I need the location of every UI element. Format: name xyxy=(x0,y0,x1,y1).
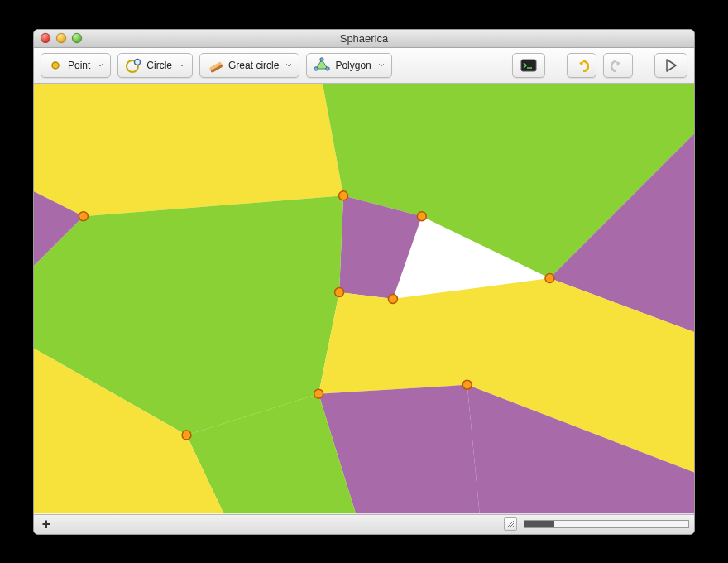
control-point[interactable] xyxy=(335,287,344,296)
region[interactable] xyxy=(34,84,343,216)
svg-point-6 xyxy=(326,66,329,70)
resize-grip-icon[interactable] xyxy=(504,517,517,531)
tool-label: Circle xyxy=(146,60,172,71)
app-window: Sphaerica Point Circle Great circle xyxy=(33,29,695,535)
svg-point-5 xyxy=(320,57,323,60)
svg-point-7 xyxy=(314,66,318,70)
minimize-icon[interactable] xyxy=(56,33,66,43)
window-controls xyxy=(41,33,82,43)
statusbar: + xyxy=(34,514,694,534)
polygon-icon xyxy=(314,57,330,74)
greatcircle-icon xyxy=(207,57,223,74)
svg-rect-8 xyxy=(521,60,536,71)
slider-fill xyxy=(524,521,554,527)
drawing-canvas[interactable] xyxy=(34,84,694,514)
control-point[interactable] xyxy=(339,190,348,200)
chevron-down-icon xyxy=(179,62,185,69)
control-point[interactable] xyxy=(462,380,472,389)
zoom-slider[interactable] xyxy=(524,520,689,528)
point-icon xyxy=(48,58,63,73)
control-point[interactable] xyxy=(182,431,191,440)
undo-button[interactable] xyxy=(567,53,596,78)
redo-button[interactable] xyxy=(603,53,633,78)
undo-icon xyxy=(574,59,589,72)
console-button[interactable] xyxy=(512,53,545,78)
redo-icon xyxy=(611,59,625,72)
chevron-down-icon xyxy=(378,62,385,69)
chevron-down-icon xyxy=(97,62,103,69)
titlebar[interactable]: Sphaerica xyxy=(34,30,694,48)
tool-polygon[interactable]: Polygon xyxy=(306,53,391,78)
tool-point[interactable]: Point xyxy=(41,53,111,78)
control-point[interactable] xyxy=(314,389,323,398)
control-point[interactable] xyxy=(79,211,88,220)
tool-greatcircle[interactable]: Great circle xyxy=(199,53,299,78)
toolbar: Point Circle Great circle xyxy=(34,48,694,84)
window-title: Sphaerica xyxy=(34,32,694,45)
tool-circle[interactable]: Circle xyxy=(117,53,193,78)
svg-point-0 xyxy=(52,62,59,69)
tool-label: Great circle xyxy=(228,60,279,71)
svg-point-2 xyxy=(135,59,141,65)
play-icon xyxy=(665,59,677,72)
add-button[interactable]: + xyxy=(39,517,54,532)
control-point[interactable] xyxy=(417,211,426,220)
zoom-icon[interactable] xyxy=(72,33,82,43)
control-point[interactable] xyxy=(388,294,397,303)
control-point[interactable] xyxy=(545,273,554,282)
tool-label: Point xyxy=(68,60,90,71)
tool-label: Polygon xyxy=(335,60,371,71)
play-button[interactable] xyxy=(654,53,687,78)
close-icon[interactable] xyxy=(41,33,50,43)
console-icon xyxy=(520,59,537,72)
chevron-down-icon xyxy=(285,62,292,69)
circle-icon xyxy=(125,57,141,74)
